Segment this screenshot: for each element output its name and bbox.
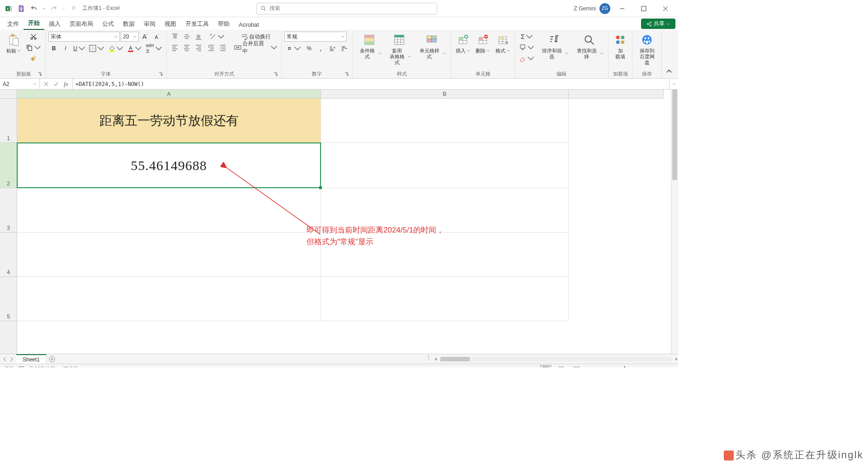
horizontal-scrollbar[interactable] [434, 354, 678, 364]
vertical-scrollbar[interactable] [671, 90, 678, 354]
increase-decimal-button[interactable]: .0.00 [327, 43, 338, 53]
tab-help[interactable]: 帮助 [213, 18, 234, 30]
cell-a5[interactable] [17, 277, 321, 321]
underline-button[interactable]: U [72, 43, 87, 53]
delete-cells-button[interactable]: 删除 [474, 32, 492, 55]
user-name[interactable]: Z Gemini [574, 5, 596, 12]
cell-b1[interactable] [321, 99, 569, 143]
zoom-slider-handle[interactable] [624, 366, 625, 367]
search-box[interactable]: 搜索 [256, 3, 437, 14]
redo-dropdown[interactable] [61, 3, 67, 14]
page-layout-view-button[interactable] [556, 365, 566, 368]
column-header-blank[interactable] [569, 90, 664, 98]
horizontal-scroll-thumb[interactable] [440, 357, 470, 361]
baidu-save-button[interactable]: 保存到 百度网盘 [635, 32, 659, 67]
tab-review[interactable]: 审阅 [139, 18, 160, 30]
name-box[interactable]: A2 [0, 79, 40, 89]
paste-button[interactable]: 粘贴 [5, 32, 23, 55]
expand-formula-bar-button[interactable] [669, 79, 678, 89]
format-cells-button[interactable]: 格式 [494, 32, 512, 55]
cell-a1[interactable]: 距离五一劳动节放假还有 [17, 99, 321, 143]
zoom-in-button[interactable]: + [649, 366, 652, 368]
format-painter-button[interactable] [24, 53, 42, 63]
font-dialog-launcher[interactable] [158, 72, 164, 77]
redo-icon[interactable] [48, 3, 60, 14]
find-select-button[interactable]: 查找和选择 [572, 32, 605, 61]
cancel-formula-button[interactable] [42, 80, 51, 89]
enter-formula-button[interactable] [52, 80, 61, 89]
align-middle-button[interactable] [181, 32, 192, 42]
clipboard-dialog-launcher[interactable] [37, 72, 42, 77]
insert-function-button[interactable]: fx [61, 80, 71, 89]
accounting-format-button[interactable]: ¤ [284, 43, 302, 53]
orientation-button[interactable] [206, 32, 228, 42]
merge-center-button[interactable]: 合并后居中 [233, 43, 279, 52]
tab-home[interactable]: 开始 [24, 17, 44, 30]
save-icon[interactable] [15, 3, 27, 14]
sheet-options-button[interactable]: ⋮ [423, 354, 434, 364]
cell-a2[interactable]: 55.46149688 [17, 143, 321, 188]
undo-dropdown[interactable] [41, 3, 47, 14]
minimize-button[interactable] [612, 2, 632, 15]
clear-button[interactable] [518, 53, 536, 63]
italic-button[interactable]: I [60, 43, 71, 53]
align-top-button[interactable] [170, 32, 180, 42]
collapse-ribbon-button[interactable] [664, 66, 675, 76]
decrease-decimal-button[interactable]: .00.0 [339, 43, 349, 53]
copy-button[interactable] [24, 43, 42, 52]
percent-button[interactable]: % [303, 43, 314, 53]
select-all-button[interactable] [0, 90, 17, 99]
align-center-button[interactable] [181, 43, 192, 52]
phonetic-button[interactable]: wén文 [144, 43, 163, 53]
share-button[interactable]: 共享 [641, 19, 675, 29]
row-header-1[interactable]: 1 [0, 99, 17, 143]
increase-font-button[interactable]: Aˆ [140, 32, 151, 42]
tab-developer[interactable]: 开发工具 [181, 18, 213, 30]
fill-color-button[interactable] [107, 43, 125, 53]
tab-acrobat[interactable]: Acrobat [234, 19, 264, 30]
scroll-right-button[interactable] [675, 357, 678, 361]
font-name-select[interactable]: 宋体 [48, 32, 120, 42]
bold-button[interactable]: B [48, 43, 59, 53]
decrease-font-button[interactable]: Aˇ [151, 32, 162, 42]
comma-button[interactable]: , [315, 43, 326, 53]
vertical-scroll-thumb[interactable] [672, 90, 677, 180]
new-sheet-button[interactable] [47, 354, 57, 364]
column-header-a[interactable]: A [17, 90, 321, 98]
row-header-5[interactable]: 5 [0, 277, 17, 321]
alignment-dialog-launcher[interactable] [273, 72, 278, 77]
cut-button[interactable] [24, 32, 42, 42]
row-header-3[interactable]: 3 [0, 188, 17, 233]
align-bottom-button[interactable] [193, 32, 204, 42]
user-avatar[interactable]: ZG [599, 3, 610, 14]
normal-view-button[interactable] [540, 365, 551, 368]
tab-file[interactable]: 文件 [3, 18, 24, 30]
autosum-button[interactable]: Σ [518, 32, 536, 42]
addins-button[interactable]: 加 载项 [611, 32, 629, 61]
fill-button[interactable] [518, 43, 536, 52]
tab-data[interactable]: 数据 [118, 18, 139, 30]
font-size-select[interactable]: 20 [121, 32, 139, 42]
qat-customize-dropdown[interactable] [71, 3, 77, 14]
font-color-button[interactable]: A [126, 43, 144, 53]
conditional-format-button[interactable]: 条件格式 [355, 32, 383, 61]
align-left-button[interactable] [170, 43, 180, 52]
tab-insert[interactable]: 插入 [44, 18, 65, 30]
increase-indent-button[interactable] [217, 43, 228, 52]
number-dialog-launcher[interactable] [344, 72, 349, 77]
tab-view[interactable]: 视图 [160, 18, 181, 30]
page-break-view-button[interactable] [571, 365, 582, 368]
zoom-out-button[interactable]: − [586, 366, 589, 368]
format-table-button[interactable]: 套用 表格格式 [385, 32, 413, 67]
scroll-left-button[interactable] [434, 357, 438, 361]
align-right-button[interactable] [193, 43, 204, 52]
accessibility-status[interactable]: ⓘ 辅助功能: 一切就绪 [29, 366, 78, 367]
cell-styles-button[interactable]: 单元格样式 [415, 32, 448, 61]
border-button[interactable] [88, 43, 106, 53]
cell-a3[interactable] [17, 188, 321, 233]
insert-cells-button[interactable]: 插入 [454, 32, 472, 55]
tab-formulas[interactable]: 公式 [98, 18, 118, 30]
decrease-indent-button[interactable] [206, 43, 217, 52]
cell-b2[interactable] [321, 143, 569, 188]
maximize-button[interactable] [634, 2, 654, 15]
